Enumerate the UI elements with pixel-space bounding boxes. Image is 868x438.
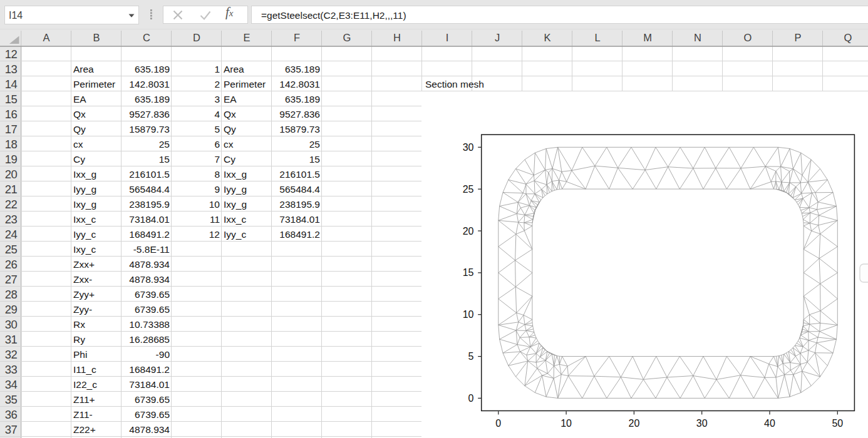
svg-text:5: 5 [468, 351, 474, 362]
svg-text:40: 40 [764, 418, 775, 429]
svg-text:0: 0 [468, 393, 474, 404]
svg-text:0: 0 [495, 418, 501, 429]
svg-text:15: 15 [463, 267, 474, 278]
svg-text:10: 10 [561, 418, 572, 429]
svg-text:20: 20 [629, 418, 640, 429]
svg-text:30: 30 [696, 418, 708, 429]
svg-text:20: 20 [463, 226, 474, 237]
svg-text:25: 25 [463, 184, 474, 195]
svg-text:50: 50 [832, 418, 843, 429]
svg-text:10: 10 [463, 309, 474, 320]
svg-text:30: 30 [463, 142, 474, 153]
